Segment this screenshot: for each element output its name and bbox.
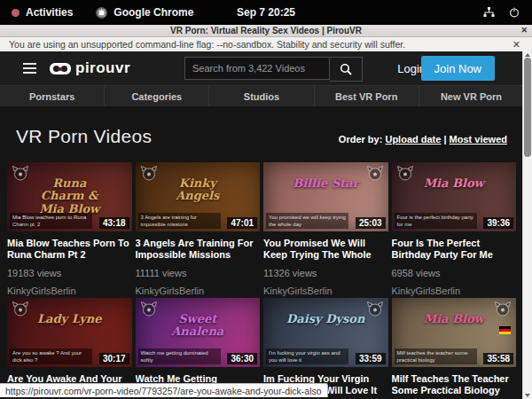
- thumbnail-caption: Watch me getting dominated softly: [138, 348, 221, 364]
- chrome-warning-bar: You are using an unsupported command-lin…: [0, 37, 532, 51]
- warning-close-icon[interactable]: ✕: [512, 39, 532, 51]
- video-grid: Runa Charm & Mia Blow Mia Blow teaches p…: [7, 162, 516, 399]
- video-title[interactable]: Four Is The Perfect Birthday Party For M…: [392, 238, 517, 262]
- thumbnail-overlay-name: Sweet Analena: [136, 313, 261, 339]
- order-by-controls: Order by: Upload date | Most viewed: [339, 134, 507, 145]
- thumbnail-overlay-name: Mia Blow: [392, 177, 517, 190]
- status-url-text: https://pirouvr.com/vr-porn-video/779325…: [5, 386, 322, 396]
- video-card[interactable]: Runa Charm & Mia Blow Mia Blow teaches p…: [7, 162, 132, 296]
- page-header: VR Porn Videos Order by: Upload date | M…: [0, 106, 523, 147]
- video-card[interactable]: Mia Blow Milf teaches the teacher some p…: [392, 298, 517, 399]
- site-navbar: pirouvr Login Join Now: [0, 51, 523, 85]
- order-most-viewed-link[interactable]: Most viewed: [450, 134, 507, 145]
- warning-message: You are using an unsupported command-lin…: [0, 39, 405, 50]
- menu-item-studios[interactable]: Studios: [208, 86, 313, 106]
- video-thumbnail[interactable]: Kinky Angels 3 Angels are training for i…: [136, 162, 261, 231]
- search-icon: [340, 63, 352, 75]
- thumbnail-caption: Mia Blow teaches porn to Runa Charm pt. …: [10, 213, 92, 229]
- thumbnail-overlay-name: Daisy Dyson: [263, 313, 388, 325]
- video-studio-link[interactable]: KinkyGirlsBerlin: [392, 286, 517, 296]
- video-views: 11111 views: [136, 268, 261, 278]
- video-card[interactable]: Kinky Angels 3 Angels are training for i…: [136, 162, 261, 296]
- system-top-bar: Activities Google Chrome Sep 7 20:25: [0, 0, 532, 25]
- page-title: VR Porn Videos: [16, 126, 152, 147]
- thumbnail-overlay-name: Mia Blow: [392, 313, 517, 325]
- search-button[interactable]: [330, 57, 363, 82]
- video-duration-badge: 43:18: [99, 217, 129, 229]
- menu-item-pornstars[interactable]: Pornstars: [0, 86, 104, 106]
- video-card[interactable]: Mia Blow Four is the perfect birthday pa…: [392, 162, 517, 296]
- order-separator: |: [441, 134, 449, 145]
- menu-item-categories[interactable]: Categories: [104, 86, 208, 106]
- video-duration-badge: 25:03: [356, 217, 386, 229]
- video-thumbnail[interactable]: Runa Charm & Mia Blow Mia Blow teaches p…: [7, 162, 132, 231]
- menu-item-best-vr-porn[interactable]: Best VR Porn: [314, 86, 419, 106]
- site-logo[interactable]: pirouvr: [49, 59, 130, 77]
- menu-item-new-vr-porn[interactable]: New VR Porn: [419, 86, 523, 106]
- video-thumbnail[interactable]: Mia Blow Four is the perfect birthday pa…: [392, 162, 517, 231]
- video-studio-link[interactable]: KinkyGirlsBerlin: [136, 286, 261, 296]
- video-duration-badge: 33:59: [356, 353, 386, 364]
- video-views: 11326 views: [263, 268, 388, 278]
- video-title[interactable]: Milf Teaches The Teacher Some Practical …: [392, 373, 517, 397]
- video-duration-badge: 36:30: [227, 353, 257, 364]
- order-upload-date-link[interactable]: Upload date: [385, 134, 441, 145]
- video-duration-badge: 35:58: [483, 353, 513, 364]
- video-title[interactable]: You Promised We Will Keep Trying The Who…: [263, 238, 388, 262]
- activities-indicator-dot: [12, 9, 20, 17]
- active-app-menu[interactable]: Google Chrome: [113, 6, 193, 19]
- activities-button[interactable]: Activities: [26, 6, 73, 19]
- scroll-up-icon[interactable]: [525, 53, 530, 57]
- thumbnail-overlay-name: Lady Lyne: [7, 313, 132, 325]
- german-flag-icon: [499, 326, 511, 334]
- thumbnail-caption: Milf teaches the teacher some practical …: [395, 348, 477, 364]
- browser-title-bar: VR Porn: Virtual Reality Sex Videos | Pi…: [0, 25, 532, 37]
- thumbnail-caption: Four is the perfect birthday party for m…: [395, 213, 477, 229]
- video-title[interactable]: 3 Angels Are Training For Impossible Mis…: [136, 238, 261, 262]
- order-by-label: Order by:: [339, 134, 383, 145]
- video-thumbnail[interactable]: Lady Lyne Are you so awake ? And your di…: [7, 298, 132, 367]
- video-duration-badge: 39:36: [483, 217, 513, 229]
- window-title: VR Porn: Virtual Reality Sex Videos | Pi…: [170, 26, 362, 35]
- video-studio-link[interactable]: KinkyGirlsBerlin: [7, 286, 132, 296]
- scroll-down-icon[interactable]: [525, 394, 530, 397]
- system-clock[interactable]: Sep 7 20:25: [0, 6, 532, 19]
- thumbnail-overlay-name: Billie Star: [263, 177, 388, 190]
- thumbnail-caption: 3 Angels are training for impossible mis…: [138, 213, 221, 229]
- thumbnail-overlay-name: Kinky Angels: [136, 177, 261, 203]
- logo-text: pirouvr: [75, 59, 130, 77]
- chrome-icon: [96, 7, 107, 19]
- search-input[interactable]: [184, 57, 330, 80]
- video-title[interactable]: Mia Blow Teaches Porn To Runa Charm Pt 2: [7, 238, 132, 262]
- thumbnail-overlay-name: Runa Charm & Mia Blow: [7, 177, 132, 215]
- window-close-icon[interactable]: ✕: [520, 26, 528, 35]
- scrollbar-thumb[interactable]: [524, 58, 531, 157]
- video-card[interactable]: Billie Star You promised we will keep tr…: [263, 162, 388, 296]
- status-url-bar: https://pirouvr.com/vr-porn-video/779325…: [0, 383, 328, 397]
- video-duration-badge: 30:17: [99, 353, 129, 364]
- thumbnail-caption: I'm fucking your virgin ass and you will…: [266, 348, 348, 364]
- browser-scrollbar[interactable]: [522, 51, 532, 399]
- thumbnail-caption: You promised we will keep trying the who…: [266, 213, 348, 229]
- video-thumbnail[interactable]: Billie Star You promised we will keep tr…: [263, 162, 388, 231]
- video-thumbnail[interactable]: Daisy Dyson I'm fucking your virgin ass …: [263, 298, 388, 367]
- main-menu-bar: PornstarsCategoriesStudiosBest VR PornNe…: [0, 85, 523, 106]
- hamburger-menu-icon[interactable]: [23, 63, 36, 74]
- video-thumbnail[interactable]: Mia Blow Milf teaches the teacher some p…: [392, 298, 517, 367]
- video-views: 19183 views: [7, 268, 132, 278]
- thumbnail-caption: Are you so awake ? And your dick also ?: [10, 348, 92, 364]
- video-studio-link[interactable]: KinkyGirlsBerlin: [263, 286, 388, 296]
- network-icon[interactable]: [483, 7, 495, 18]
- vr-goggles-icon: [49, 62, 72, 75]
- power-icon[interactable]: [509, 7, 520, 18]
- join-now-button[interactable]: Join Now: [421, 56, 495, 81]
- video-thumbnail[interactable]: Sweet Analena Watch me getting dominated…: [136, 298, 261, 367]
- video-views: 6958 views: [392, 268, 517, 278]
- page-viewport: pirouvr Login Join Now PornstarsCategori…: [0, 51, 523, 399]
- video-duration-badge: 47:01: [227, 217, 257, 229]
